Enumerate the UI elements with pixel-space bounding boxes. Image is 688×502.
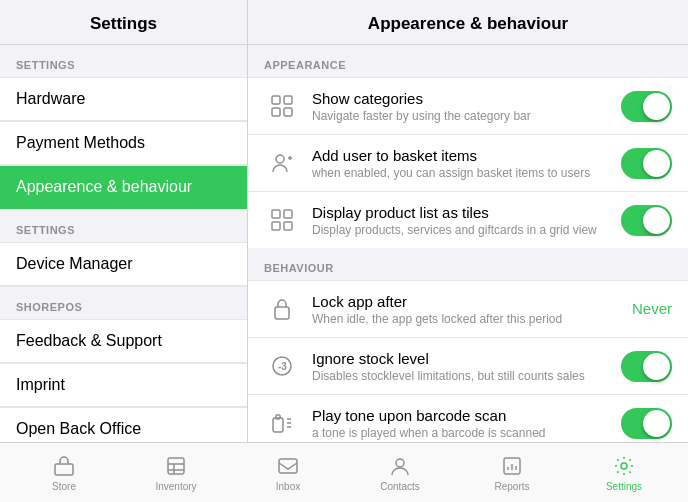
toggle-play-tone[interactable] <box>621 408 672 439</box>
main-layout: Settings SETTINGS Hardware Payment Metho… <box>0 0 688 442</box>
tab-reports-label: Reports <box>494 481 529 492</box>
product-tiles-text: Display product list as tiles Display pr… <box>312 204 609 237</box>
svg-rect-3 <box>284 108 292 116</box>
sidebar-section-label-2: SETTINGS <box>0 210 247 242</box>
svg-rect-9 <box>272 222 280 230</box>
product-tiles-title: Display product list as tiles <box>312 204 609 221</box>
sidebar: Settings SETTINGS Hardware Payment Metho… <box>0 0 248 442</box>
sidebar-group-1: Hardware Payment Methods Appearence & be… <box>0 77 247 210</box>
tab-reports[interactable]: Reports <box>482 454 542 492</box>
svg-rect-24 <box>279 459 297 473</box>
toggle-show-categories[interactable] <box>621 91 672 122</box>
tab-contacts[interactable]: Contacts <box>370 454 430 492</box>
tab-inventory-label: Inventory <box>155 481 196 492</box>
ignore-stock-subtitle: Disables stocklevel limitations, but sti… <box>312 369 609 383</box>
ignore-stock-title: Ignore stock level <box>312 350 609 367</box>
svg-point-30 <box>621 463 627 469</box>
tab-inbox-label: Inbox <box>276 481 300 492</box>
sidebar-section-label-3: SHOREPOS <box>0 287 247 319</box>
sidebar-title: Settings <box>0 0 247 45</box>
sidebar-item-hardware[interactable]: Hardware <box>0 78 247 121</box>
sidebar-item-device-manager[interactable]: Device Manager <box>0 243 247 286</box>
lock-app-title: Lock app after <box>312 293 620 310</box>
svg-rect-7 <box>272 210 280 218</box>
product-tiles-toggle[interactable] <box>621 205 672 236</box>
svg-point-25 <box>396 459 404 467</box>
tab-settings[interactable]: Settings <box>594 454 654 492</box>
ignore-stock-icon: -3 <box>264 348 300 384</box>
svg-rect-14 <box>273 418 283 432</box>
store-icon <box>52 454 76 478</box>
toggle-product-tiles[interactable] <box>621 205 672 236</box>
svg-rect-2 <box>272 108 280 116</box>
lock-app-subtitle: When idle, the app gets locked after thi… <box>312 312 620 326</box>
sidebar-group-3: Feedback & Support Imprint Open Back Off… <box>0 319 247 442</box>
add-user-title: Add user to basket items <box>312 147 609 164</box>
sidebar-item-feedback[interactable]: Feedback & Support <box>0 320 247 363</box>
lock-app-text: Lock app after When idle, the app gets l… <box>312 293 620 326</box>
tab-contacts-label: Contacts <box>380 481 419 492</box>
svg-point-4 <box>276 155 284 163</box>
lock-app-value-text: Never <box>632 300 672 317</box>
sidebar-section-label-1: SETTINGS <box>0 45 247 77</box>
appearance-card: Show categories Navigate faster by using… <box>248 77 688 248</box>
row-add-user: Add user to basket items when enabled, y… <box>248 135 688 192</box>
svg-rect-19 <box>55 464 73 475</box>
svg-rect-0 <box>272 96 280 104</box>
add-user-subtitle: when enabled, you can assign basket item… <box>312 166 609 180</box>
inventory-icon <box>164 454 188 478</box>
sidebar-item-appearance[interactable]: Appearence & behaviour <box>0 165 247 209</box>
svg-rect-10 <box>284 222 292 230</box>
contacts-icon <box>388 454 412 478</box>
play-tone-subtitle: a tone is played when a barcode is scann… <box>312 426 609 440</box>
row-play-tone: Play tone upon barcode scan a tone is pl… <box>248 395 688 442</box>
sidebar-group-2: Device Manager <box>0 242 247 287</box>
tab-inbox[interactable]: Inbox <box>258 454 318 492</box>
section-label-appearance: APPEARANCE <box>248 45 688 77</box>
svg-text:-3: -3 <box>278 361 287 372</box>
content-area: Appearence & behaviour APPEARANCE <box>248 0 688 442</box>
tab-settings-label: Settings <box>606 481 642 492</box>
show-categories-title: Show categories <box>312 90 609 107</box>
svg-rect-11 <box>275 307 289 319</box>
toggle-ignore-stock[interactable] <box>621 351 672 382</box>
sidebar-item-back-office[interactable]: Open Back Office <box>0 407 247 442</box>
row-ignore-stock: -3 Ignore stock level Disables stockleve… <box>248 338 688 395</box>
section-label-behaviour: BEHAVIOUR <box>248 248 688 280</box>
sidebar-item-imprint[interactable]: Imprint <box>0 363 247 407</box>
show-categories-subtitle: Navigate faster by using the category ba… <box>312 109 609 123</box>
settings-icon <box>612 454 636 478</box>
row-lock-app: Lock app after When idle, the app gets l… <box>248 281 688 338</box>
product-tiles-icon <box>264 202 300 238</box>
play-tone-title: Play tone upon barcode scan <box>312 407 609 424</box>
reports-icon <box>500 454 524 478</box>
sidebar-item-payment-methods[interactable]: Payment Methods <box>0 121 247 165</box>
row-show-categories: Show categories Navigate faster by using… <box>248 78 688 135</box>
ignore-stock-toggle[interactable] <box>621 351 672 382</box>
play-tone-text: Play tone upon barcode scan a tone is pl… <box>312 407 609 440</box>
add-user-toggle[interactable] <box>621 148 672 179</box>
svg-rect-15 <box>276 415 280 419</box>
svg-rect-1 <box>284 96 292 104</box>
svg-rect-20 <box>168 458 184 474</box>
show-categories-text: Show categories Navigate faster by using… <box>312 90 609 123</box>
add-user-icon <box>264 145 300 181</box>
tab-bar: Store Inventory Inbox C <box>0 442 688 502</box>
content-title: Appearence & behaviour <box>248 0 688 45</box>
show-categories-toggle[interactable] <box>621 91 672 122</box>
product-tiles-subtitle: Display products, services and giftcards… <box>312 223 609 237</box>
lock-app-value[interactable]: Never <box>632 300 672 318</box>
show-categories-icon <box>264 88 300 124</box>
row-product-tiles: Display product list as tiles Display pr… <box>248 192 688 248</box>
play-tone-toggle[interactable] <box>621 408 672 439</box>
tab-store[interactable]: Store <box>34 454 94 492</box>
behaviour-card: Lock app after When idle, the app gets l… <box>248 280 688 442</box>
add-user-text: Add user to basket items when enabled, y… <box>312 147 609 180</box>
tab-inventory[interactable]: Inventory <box>146 454 206 492</box>
tab-store-label: Store <box>52 481 76 492</box>
svg-rect-8 <box>284 210 292 218</box>
lock-app-icon <box>264 291 300 327</box>
toggle-add-user[interactable] <box>621 148 672 179</box>
play-tone-icon <box>264 405 300 441</box>
content-body: APPEARANCE Show categories Navigate fast <box>248 45 688 442</box>
